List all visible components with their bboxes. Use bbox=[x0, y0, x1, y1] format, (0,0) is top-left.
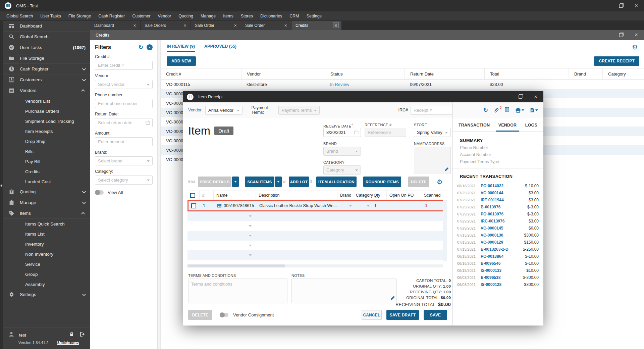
terms-textarea[interactable] bbox=[188, 279, 287, 303]
attachment-icon[interactable]: 0 bbox=[493, 107, 499, 113]
item-row-selected[interactable]: 1 0051907848615 Classic Leather Buckle S… bbox=[187, 200, 447, 211]
reference-input[interactable] bbox=[365, 128, 406, 137]
document-export-icon[interactable] bbox=[530, 107, 538, 113]
price-details-button[interactable]: PRICE DETAILS bbox=[198, 177, 231, 187]
grid-view-icon[interactable] bbox=[504, 107, 510, 113]
transaction-doc-link[interactable]: B-0013263-2-D bbox=[479, 247, 523, 252]
menubar-item[interactable]: Dictionaries bbox=[257, 11, 286, 21]
sidebar-item-items-list[interactable]: Items List bbox=[3, 229, 90, 239]
transaction-doc-link[interactable]: PO-0013976 bbox=[479, 212, 527, 216]
receipt-number-input[interactable] bbox=[411, 106, 452, 115]
menubar-item[interactable]: Global Search bbox=[3, 11, 37, 21]
transaction-doc-link[interactable]: VC-0000130 bbox=[479, 233, 524, 238]
close-icon[interactable] bbox=[232, 22, 238, 28]
menubar-item[interactable]: Settings bbox=[303, 11, 325, 21]
clear-filters-icon[interactable] bbox=[147, 44, 153, 50]
horizontal-scrollbar[interactable] bbox=[187, 264, 443, 267]
transaction-doc-link[interactable]: PO-0014022 bbox=[479, 184, 525, 188]
scan-items-button[interactable]: SCAN ITEMS bbox=[245, 177, 274, 187]
view-all-toggle[interactable] bbox=[95, 190, 104, 195]
workspace-tab[interactable]: Credits bbox=[291, 21, 342, 30]
credit-number-input[interactable] bbox=[95, 61, 153, 70]
close-icon[interactable] bbox=[333, 22, 339, 28]
amount-input[interactable] bbox=[95, 137, 153, 146]
transaction-doc-link[interactable]: VC-0000129 bbox=[479, 240, 524, 245]
name-address-box[interactable] bbox=[414, 147, 451, 174]
sidebar-item-vendors-list[interactable]: Vendors List bbox=[3, 96, 90, 106]
row-checkbox[interactable] bbox=[191, 203, 196, 208]
workspace-tab[interactable]: Sale Order bbox=[241, 21, 291, 30]
vendor-dropdown[interactable]: Arina Vendor bbox=[205, 106, 243, 115]
sidebar-item-assembly[interactable]: Assembly bbox=[3, 279, 90, 289]
col-return-date[interactable]: Return Date bbox=[405, 68, 484, 79]
menubar-item[interactable]: File Storage bbox=[65, 11, 95, 21]
gear-icon[interactable] bbox=[632, 43, 638, 51]
print-icon[interactable] bbox=[515, 107, 524, 113]
price-details-menu-icon[interactable] bbox=[232, 177, 239, 187]
scan-items-menu-icon[interactable] bbox=[275, 177, 282, 187]
menubar-item[interactable]: Items bbox=[219, 11, 237, 21]
sidebar-collapse-icon[interactable] bbox=[0, 184, 2, 187]
update-now-link[interactable]: Update now bbox=[57, 341, 79, 345]
brand-dropdown[interactable]: Brand bbox=[323, 147, 361, 156]
sidebar-item-file-storage[interactable]: File Storage bbox=[3, 53, 90, 64]
return-date-input[interactable] bbox=[95, 118, 153, 127]
sidebar-item-dashboard[interactable]: Dashboard bbox=[3, 21, 90, 32]
menubar-item[interactable]: Quoting bbox=[175, 11, 197, 21]
minimize-icon[interactable] bbox=[598, 0, 613, 11]
sidebar-item-quoting[interactable]: ?Quoting bbox=[3, 187, 90, 197]
cancel-button[interactable]: CANCEL bbox=[362, 310, 382, 320]
sidebar-item-global-search[interactable]: Global Search bbox=[3, 32, 90, 42]
phone-number-input[interactable] bbox=[95, 99, 153, 108]
sidebar-item-purchase-orders[interactable]: Purchase Orders bbox=[3, 106, 90, 116]
delete-button[interactable]: DELETE bbox=[188, 310, 212, 320]
sidebar-item-items-quick-search[interactable]: Items Quick Search bbox=[3, 219, 90, 229]
sidebar-item-vendors[interactable]: Vendors bbox=[3, 85, 90, 96]
transaction-doc-link[interactable]: PO-0013864 bbox=[479, 254, 525, 259]
calendar-icon[interactable] bbox=[146, 120, 150, 126]
menubar-item[interactable]: Manage bbox=[197, 11, 219, 21]
category-dropdown[interactable]: Category bbox=[323, 165, 361, 174]
add-lot-button[interactable]: ADD LOT bbox=[289, 177, 309, 187]
col-vendor[interactable]: Vendor bbox=[241, 68, 325, 79]
col-qty[interactable]: Qty bbox=[371, 191, 386, 200]
table-row[interactable]: VC-0000115 ktest-store In Review 06/07/2… bbox=[161, 80, 644, 89]
edit-pencil-icon[interactable] bbox=[444, 167, 449, 173]
sidebar-item-group[interactable]: Group bbox=[3, 269, 90, 279]
transaction-doc-link[interactable]: B-0096546 bbox=[479, 261, 525, 266]
sidebar-item-service[interactable]: Service bbox=[3, 259, 90, 269]
category-select[interactable]: Select category bbox=[95, 176, 153, 185]
item-allocation-button[interactable]: ITEM ALLOCATION bbox=[316, 177, 357, 187]
transaction-doc-link[interactable]: IRT-0011944 bbox=[479, 198, 529, 202]
menubar-item[interactable]: Stores bbox=[237, 11, 257, 21]
sidebar-item-items[interactable]: Items bbox=[3, 208, 90, 219]
sidebar-item-customers[interactable]: Customers bbox=[3, 74, 90, 85]
col-category[interactable]: Category bbox=[602, 68, 643, 79]
item-qty[interactable]: 1 bbox=[372, 201, 387, 210]
payment-terms-dropdown[interactable]: Payment Terms bbox=[278, 106, 319, 115]
save-draft-button[interactable]: SAVE DRAFT bbox=[386, 310, 419, 320]
close-icon[interactable] bbox=[629, 30, 644, 40]
sidebar-item-inventory[interactable]: Inventory bbox=[3, 239, 90, 249]
col-open-on-po[interactable]: Open On PO bbox=[386, 191, 421, 200]
close-icon[interactable] bbox=[528, 91, 543, 103]
workspace-tab[interactable]: Dashboard bbox=[90, 21, 141, 30]
col-category[interactable]: Category bbox=[353, 191, 371, 200]
menubar-item[interactable]: Cash Register bbox=[95, 11, 128, 21]
workspace-tab[interactable]: Sale Orders bbox=[141, 21, 191, 30]
workspace-tab[interactable]: Sale Order bbox=[191, 21, 241, 30]
sidebar-item-credits[interactable]: Credits bbox=[3, 166, 90, 177]
sidebar-item-settings[interactable]: Settings bbox=[3, 289, 90, 300]
sidebar-item-non-inventory[interactable]: Non Inventory bbox=[3, 249, 90, 259]
sidebar-item-manage[interactable]: Manage bbox=[3, 197, 90, 208]
vendor-consignment-toggle[interactable] bbox=[220, 313, 228, 317]
close-icon[interactable] bbox=[132, 22, 138, 28]
sidebar-item-pay-bill[interactable]: Pay Bill bbox=[3, 156, 90, 166]
restore-icon[interactable] bbox=[613, 0, 629, 11]
sidebar-item-user-tasks[interactable]: User Tasks(1067) bbox=[3, 42, 90, 53]
side-panel-tab[interactable]: LOGS bbox=[523, 123, 540, 132]
vertical-scrollbar[interactable] bbox=[443, 200, 447, 261]
col-name[interactable]: Name bbox=[213, 191, 256, 200]
roundup-items-button[interactable]: ROUNDUP ITEMS bbox=[363, 177, 401, 187]
menubar-item[interactable]: User Tasks bbox=[37, 11, 65, 21]
